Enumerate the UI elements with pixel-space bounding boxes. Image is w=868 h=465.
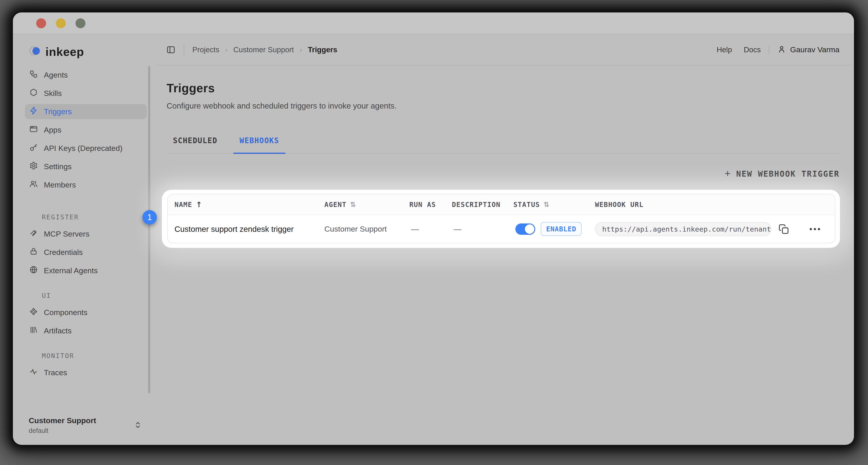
sidebar-item-label: API Keys (Deprecated) [44,144,123,153]
sidebar-item-label: Agents [44,70,68,79]
status-toggle[interactable] [515,224,535,235]
user-icon [777,45,786,55]
trigger-status-cell: ENABLED [513,222,588,236]
sidebar-item-label: Settings [44,162,72,171]
sidebar-item-label: Triggers [44,107,72,116]
sidebar-item-label: MCP Servers [44,230,90,238]
breadcrumb-item[interactable]: Triggers [308,46,337,54]
zoom-window-button[interactable] [75,18,86,28]
sidebar-toggle-button[interactable] [166,45,176,54]
breadcrumb: Projects›Customer Support›Triggers [192,46,337,54]
section-label-ui: UI [42,292,147,299]
sidebar-item-skills[interactable]: Skills [25,86,147,101]
project-name: Customer Support [29,416,134,425]
sort-icon: ⇅ [350,200,356,208]
trigger-webhook-url-cell: https://api.agents.inkeep.com/run/tenant… [588,222,835,236]
app-window-icon [29,125,38,135]
sort-icon: ⇅ [544,200,550,208]
column-header-status[interactable]: STATUS⇅ [513,200,588,208]
page-title: Triggers [166,81,839,95]
breadcrumb-item[interactable]: Projects [192,46,219,54]
help-link[interactable]: Help [717,46,732,54]
header-divider [184,45,184,55]
section-label-register: REGISTER [42,213,147,221]
sidebar-item-label: External Agents [44,266,98,275]
user-name: Gaurav Varma [790,45,839,54]
activity-icon [29,368,38,378]
annotation-step-badge: 1 [143,210,157,225]
tab-bar: SCHEDULEDWEBHOOKS [166,135,839,153]
globe-icon [29,265,38,276]
column-header-webhook-url: WEBHOOK URL [588,201,835,208]
sidebar-item-triggers[interactable]: Triggers [25,104,147,119]
docs-link[interactable]: Docs [744,46,761,54]
minimize-window-button[interactable] [56,18,66,28]
sidebar-item-label: Traces [44,368,67,377]
chevron-right-icon: › [300,46,302,54]
project-environment: default [29,427,134,434]
sidebar-item-label: Members [44,180,76,189]
users-icon [29,180,38,190]
sidebar-item-artifacts[interactable]: Artifacts [25,323,147,338]
breadcrumb-item[interactable]: Customer Support [233,46,294,54]
lock-icon [29,247,38,257]
library-icon [29,326,38,336]
sidebar-item-api-keys-deprecated[interactable]: API Keys (Deprecated) [25,141,147,156]
tab-scheduled[interactable]: SCHEDULED [166,135,224,153]
table-row[interactable]: Customer support zendesk trigger Custome… [168,215,835,243]
copy-icon[interactable] [778,224,789,234]
workflow-icon [29,70,38,80]
webhook-url-field[interactable]: https://api.agents.inkeep.com/run/tenant… [595,222,771,236]
key-icon [29,143,38,153]
sidebar-item-components[interactable]: Components [25,305,147,320]
sidebar-item-label: Credentials [44,248,83,257]
project-switcher[interactable]: Customer Support default [29,416,148,434]
sidebar-item-agents[interactable]: Agents [25,67,147,83]
components-icon [29,308,38,318]
sidebar: inkeep AgentsSkillsTriggersAppsAPI Keys … [13,34,157,444]
close-window-button[interactable] [36,18,46,28]
tab-webhooks[interactable]: WEBHOOKS [233,135,285,153]
sidebar-item-apps[interactable]: Apps [25,122,147,138]
inkeep-logo-icon [27,45,42,59]
logo-wordmark: inkeep [45,45,84,59]
inkeep-logo[interactable]: inkeep [27,45,157,59]
sidebar-scrollbar[interactable] [148,66,150,393]
hexagon-icon [29,88,38,98]
column-header-run-as: RUN AS [409,201,452,208]
sidebar-item-label: Apps [44,125,61,134]
webhook-triggers-table: NAME↑AGENT⇅RUN ASDESCRIPTIONSTATUS⇅WEBHO… [167,194,835,243]
app-window: inkeep AgentsSkillsTriggersAppsAPI Keys … [13,12,854,445]
triggers-table-card: 1 NAME↑AGENT⇅RUN ASDESCRIPTIONSTATUS⇅WEB… [162,190,839,248]
page-description: Configure webhook and scheduled triggers… [166,101,839,110]
column-header-agent[interactable]: AGENT⇅ [324,200,409,208]
sidebar-item-credentials[interactable]: Credentials [25,245,147,260]
mcp-icon [29,229,38,239]
sidebar-item-settings[interactable]: Settings [25,159,147,174]
new-webhook-trigger-button[interactable]: + NEW WEBHOOK TRIGGER [725,168,839,180]
sidebar-item-members[interactable]: Members [25,177,147,193]
trigger-description-cell: — [452,225,513,233]
column-header-name[interactable]: NAME↑ [168,200,324,209]
column-header-description: DESCRIPTION [452,201,513,208]
titlebar [13,12,854,34]
trigger-agent-cell: Customer Support [324,225,409,233]
sidebar-item-label: Artifacts [44,326,72,335]
status-badge: ENABLED [541,222,582,236]
table-header-row: NAME↑AGENT⇅RUN ASDESCRIPTIONSTATUS⇅WEBHO… [168,194,835,215]
sidebar-item-label: Components [44,308,88,317]
trigger-name-cell: Customer support zendesk trigger [168,225,324,234]
sidebar-item-mcp-servers[interactable]: MCP Servers [25,226,147,241]
plus-icon: + [725,168,731,179]
section-label-monitor: MONITOR [42,352,147,359]
sidebar-item-external-agents[interactable]: External Agents [25,263,147,278]
chevron-right-icon: › [225,46,227,54]
row-actions-menu-button[interactable] [807,226,822,233]
header-divider [769,45,769,55]
sidebar-item-traces[interactable]: Traces [25,365,147,380]
app-header: Projects›Customer Support›Triggers Help … [157,34,854,65]
sidebar-nav: AgentsSkillsTriggersAppsAPI Keys (Deprec… [13,67,157,380]
sort-ascending-icon: ↑ [196,200,202,209]
user-menu[interactable]: Gaurav Varma [777,45,839,55]
toolbar: + NEW WEBHOOK TRIGGER [166,168,839,180]
